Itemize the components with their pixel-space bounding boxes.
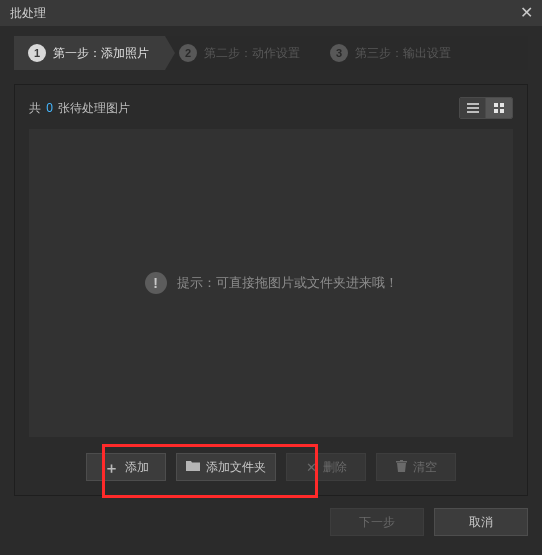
svg-rect-3 (494, 103, 498, 107)
titlebar: 批处理 ✕ (0, 0, 542, 26)
cancel-button[interactable]: 取消 (434, 508, 528, 536)
count-suffix: 张待处理图片 (55, 101, 130, 115)
view-toggle (459, 97, 513, 119)
count-value: 0 (44, 101, 55, 115)
grid-icon (494, 103, 504, 113)
clear-label: 清空 (413, 459, 437, 476)
add-button[interactable]: ＋ 添加 (86, 453, 166, 481)
grid-view-button[interactable] (486, 98, 512, 118)
step-badge: 3 (330, 44, 348, 62)
svg-rect-4 (500, 103, 504, 107)
drop-area[interactable]: ! 提示：可直接拖图片或文件夹进来哦！ (29, 129, 513, 437)
delete-button[interactable]: ✕ 删除 (286, 453, 366, 481)
window-title: 批处理 (10, 5, 46, 22)
clear-button[interactable]: 清空 (376, 453, 456, 481)
drop-hint-text: 提示：可直接拖图片或文件夹进来哦！ (177, 274, 398, 292)
add-folder-label: 添加文件夹 (206, 459, 266, 476)
close-icon: ✕ (520, 5, 533, 21)
svg-rect-5 (494, 109, 498, 113)
step-badge: 2 (179, 44, 197, 62)
content-panel: 共 0 张待处理图片 (14, 84, 528, 496)
batch-window: 批处理 ✕ 1 第一步：添加照片 2 第二步：动作设置 3 第三步：输出设置 共… (0, 0, 542, 555)
step-label: 第三步：输出设置 (355, 45, 451, 62)
trash-icon (396, 460, 407, 475)
svg-rect-6 (500, 109, 504, 113)
svg-rect-0 (467, 103, 479, 105)
step-2-tab[interactable]: 2 第二步：动作设置 (165, 36, 316, 70)
close-button[interactable]: ✕ (510, 0, 542, 26)
step-3-tab[interactable]: 3 第三步：输出设置 (316, 36, 467, 70)
action-row: ＋ 添加 添加文件夹 ✕ 删除 清空 (29, 453, 513, 481)
next-button[interactable]: 下一步 (330, 508, 424, 536)
footer: 下一步 取消 (0, 496, 542, 536)
plus-icon: ＋ (104, 460, 119, 475)
step-label: 第二步：动作设置 (204, 45, 300, 62)
list-icon (467, 103, 479, 113)
cancel-label: 取消 (469, 514, 493, 531)
panel-header: 共 0 张待处理图片 (29, 97, 513, 119)
next-label: 下一步 (359, 514, 395, 531)
add-folder-button[interactable]: 添加文件夹 (176, 453, 276, 481)
count-prefix: 共 (29, 101, 44, 115)
info-icon: ! (145, 272, 167, 294)
step-tabs: 1 第一步：添加照片 2 第二步：动作设置 3 第三步：输出设置 (14, 36, 528, 70)
svg-rect-2 (467, 111, 479, 113)
list-view-button[interactable] (460, 98, 486, 118)
add-button-label: 添加 (125, 459, 149, 476)
folder-icon (186, 460, 200, 474)
step-label: 第一步：添加照片 (53, 45, 149, 62)
delete-label: 删除 (323, 459, 347, 476)
step-badge: 1 (28, 44, 46, 62)
step-1-tab[interactable]: 1 第一步：添加照片 (14, 36, 165, 70)
pending-count: 共 0 张待处理图片 (29, 100, 130, 117)
delete-icon: ✕ (306, 460, 317, 475)
svg-rect-1 (467, 107, 479, 109)
